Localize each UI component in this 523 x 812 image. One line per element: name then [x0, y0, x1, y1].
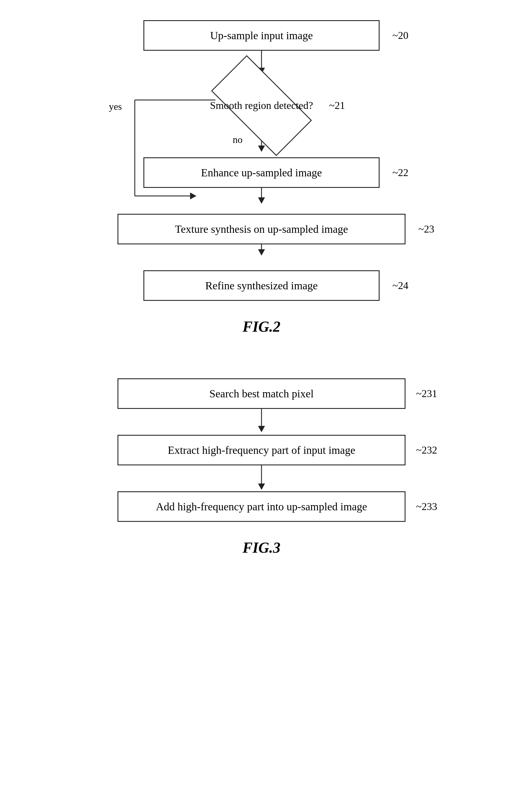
node233-ref: ~233: [416, 500, 437, 513]
fig2-label: FIG.2: [242, 318, 280, 335]
svg-marker-3: [258, 145, 265, 152]
fig3-label: FIG.3: [242, 539, 280, 556]
node20-container: Up-sample input image ~20: [143, 20, 380, 51]
node21-diamond: Smooth region detected?: [207, 77, 316, 134]
node24-box: Refine synthesized image: [143, 270, 380, 301]
svg-marker-11: [258, 249, 265, 255]
node23-box: Texture synthesis on up-sampled image: [118, 214, 405, 244]
svg-marker-15: [258, 483, 265, 490]
node21-container: yes no Smooth region detected? ~21: [207, 77, 316, 134]
svg-marker-7: [190, 193, 196, 199]
node24-label: Refine synthesized image: [205, 280, 318, 292]
node22-ref: ~22: [393, 166, 408, 179]
fig2-flow: Up-sample input image ~20 yes no Smooth …: [89, 17, 434, 301]
node23-container: Texture synthesis on up-sampled image ~2…: [118, 214, 405, 244]
node23-ref: ~23: [418, 223, 434, 235]
node22-container: Enhance up-sampled image ~22: [143, 157, 380, 188]
node20-ref: ~20: [393, 30, 408, 41]
node232-label: Extract high-frequency part of input ima…: [168, 444, 355, 456]
node231-box: Search best match pixel: [118, 378, 405, 409]
node232-ref: ~232: [416, 444, 437, 456]
node233-box: Add high-frequency part into up-sampled …: [118, 491, 405, 522]
node231-ref: ~231: [416, 388, 437, 400]
node233-label: Add high-frequency part into up-sampled …: [156, 500, 367, 513]
yes-label: yes: [109, 101, 122, 112]
node21-label: Smooth region detected?: [210, 99, 313, 112]
fig2-diagram: Up-sample input image ~20 yes no Smooth …: [60, 17, 463, 335]
node231-container: Search best match pixel ~231: [118, 378, 405, 409]
fig3-diagram: Search best match pixel ~231 Extract hig…: [60, 375, 463, 556]
node231-label: Search best match pixel: [210, 388, 313, 400]
node232-container: Extract high-frequency part of input ima…: [118, 435, 405, 465]
node24-ref: ~24: [393, 280, 408, 292]
node24-container: Refine synthesized image ~24: [143, 270, 380, 301]
fig3-flow: Search best match pixel ~231 Extract hig…: [89, 375, 434, 522]
node23-label: Texture synthesis on up-sampled image: [175, 223, 348, 235]
node233-container: Add high-frequency part into up-sampled …: [118, 491, 405, 522]
node22-label: Enhance up-sampled image: [201, 166, 322, 179]
no-label: no: [233, 134, 242, 145]
node22-box: Enhance up-sampled image: [143, 157, 380, 188]
node20-label: Up-sample input image: [210, 30, 313, 41]
svg-marker-13: [258, 426, 265, 432]
node20-box: Up-sample input image: [143, 20, 380, 51]
node21-ref: ~21: [329, 100, 345, 111]
node232-box: Extract high-frequency part of input ima…: [118, 435, 405, 465]
svg-marker-9: [258, 197, 265, 204]
